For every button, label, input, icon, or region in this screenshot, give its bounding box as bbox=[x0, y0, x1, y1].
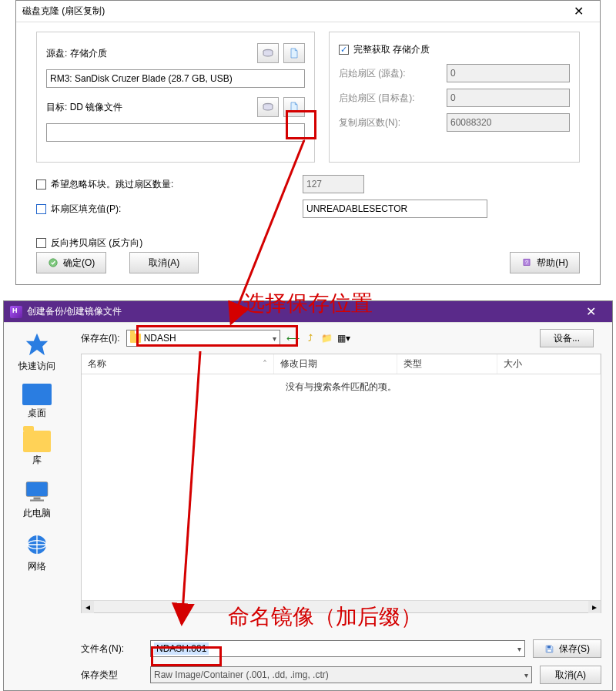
ignore-bad-checkbox[interactable] bbox=[36, 179, 46, 190]
start-src-input bbox=[447, 64, 570, 82]
close-icon[interactable]: ✕ bbox=[575, 301, 606, 323]
chevron-down-icon bbox=[273, 333, 276, 344]
extent-panel: 完整获取 存储介质 启始扇区 (源盘): 启始扇区 (目标盘): 复制扇区数(N… bbox=[329, 32, 580, 163]
svg-rect-8 bbox=[30, 500, 44, 501]
svg-text:?: ? bbox=[525, 260, 528, 265]
copy-count-label: 复制扇区数(N): bbox=[339, 116, 442, 129]
bad-fill-label: 坏扇区填充值(P): bbox=[51, 203, 121, 216]
svg-marker-4 bbox=[26, 334, 48, 355]
back-icon[interactable]: ⟵ bbox=[286, 331, 300, 345]
scroll-left-icon[interactable]: ◂ bbox=[82, 601, 94, 613]
filetype-label: 保存类型 bbox=[81, 669, 142, 682]
target-input[interactable] bbox=[46, 123, 305, 142]
nav-toolbar: ⟵ ⤴ 📁 ▦▾ bbox=[286, 331, 351, 345]
save-in-dropdown[interactable]: NDASH bbox=[126, 330, 280, 347]
cancel-label: 取消(A) bbox=[149, 257, 179, 270]
filetype-dropdown[interactable]: Raw Image/Container (.001, .dd, .img, .c… bbox=[150, 666, 532, 683]
svg-rect-6 bbox=[27, 482, 48, 496]
horizontal-scrollbar[interactable]: ◂ ▸ bbox=[82, 600, 601, 612]
place-network[interactable]: 网络 bbox=[11, 531, 63, 573]
bad-fill-input[interactable] bbox=[303, 200, 487, 218]
full-extract-label: 完整获取 存储介质 bbox=[353, 43, 430, 56]
cancel-button[interactable]: 取消(A) bbox=[129, 252, 199, 273]
save-dialog: 创建备份/创建镜像文件 ✕ 快速访问 桌面 库 此电脑 网络 bbox=[3, 300, 613, 691]
ok-button[interactable]: 确定(O) bbox=[36, 252, 106, 273]
ignore-skip-input bbox=[303, 175, 364, 193]
folder-icon bbox=[130, 334, 141, 343]
start-src-label: 启始扇区 (源盘): bbox=[339, 67, 442, 80]
col-name[interactable]: 名称˄ bbox=[82, 354, 274, 374]
start-dst-label: 启始扇区 (目标盘): bbox=[339, 92, 442, 105]
ignore-bad-label: 希望忽略坏块。跳过扇区数量: bbox=[51, 178, 173, 191]
target-label: 目标: DD 镜像文件 bbox=[46, 101, 253, 114]
settings-button[interactable]: 设备... bbox=[540, 329, 594, 347]
clone-dialog: 磁盘克隆 (扇区复制) ✕ 源盘: 存储介质 目标: DD 镜像文件 bbox=[15, 0, 601, 285]
help-label: 帮助(H) bbox=[537, 257, 568, 270]
new-folder-icon[interactable]: 📁 bbox=[320, 331, 334, 345]
source-input[interactable] bbox=[46, 69, 305, 88]
col-mdate[interactable]: 修改日期 bbox=[274, 354, 397, 374]
filename-input[interactable]: NDASH.001 bbox=[150, 640, 525, 657]
place-quick-access[interactable]: 快速访问 bbox=[11, 330, 63, 373]
place-desktop[interactable]: 桌面 bbox=[11, 384, 63, 420]
cancel-button-2[interactable]: 取消(A) bbox=[540, 666, 601, 684]
full-extract-checkbox[interactable] bbox=[339, 45, 349, 55]
place-libraries[interactable]: 库 bbox=[11, 431, 63, 467]
place-this-pc[interactable]: 此电脑 bbox=[11, 478, 63, 520]
save-in-label: 保存在(I): bbox=[81, 332, 120, 345]
view-icon[interactable]: ▦▾ bbox=[337, 331, 351, 345]
ok-label: 确定(O) bbox=[63, 257, 95, 270]
chevron-down-icon bbox=[517, 643, 521, 654]
svg-rect-11 bbox=[547, 646, 551, 648]
titlebar: 磁盘克隆 (扇区复制) ✕ bbox=[16, 1, 600, 22]
places-bar: 快速访问 桌面 库 此电脑 网络 bbox=[4, 323, 70, 690]
col-type[interactable]: 类型 bbox=[397, 354, 497, 374]
source-label: 源盘: 存储介质 bbox=[46, 47, 253, 60]
help-button[interactable]: ? 帮助(H) bbox=[510, 252, 580, 273]
svg-rect-12 bbox=[547, 649, 551, 652]
dialog-title: 磁盘克隆 (扇区复制) bbox=[22, 5, 563, 18]
start-dst-input bbox=[447, 89, 570, 107]
scroll-right-icon[interactable]: ▸ bbox=[588, 601, 601, 613]
empty-message: 没有与搜索条件匹配的项。 bbox=[82, 381, 601, 394]
app-icon bbox=[10, 306, 22, 318]
disk-icon-button[interactable] bbox=[257, 43, 279, 63]
file-icon-button-2[interactable] bbox=[283, 97, 305, 117]
save-in-value: NDASH bbox=[144, 333, 176, 344]
save-button[interactable]: 保存(S) bbox=[533, 639, 601, 658]
svg-rect-7 bbox=[34, 498, 41, 500]
dialog-title: 创建备份/创建镜像文件 bbox=[27, 305, 575, 318]
chevron-down-icon bbox=[524, 669, 528, 680]
up-icon[interactable]: ⤴ bbox=[303, 331, 317, 345]
source-target-panel: 源盘: 存储介质 目标: DD 镜像文件 bbox=[36, 32, 315, 163]
filename-label: 文件名(N): bbox=[81, 642, 142, 656]
filetype-value: Raw Image/Container (.001, .dd, .img, .c… bbox=[154, 669, 329, 680]
file-icon-button[interactable] bbox=[283, 43, 305, 63]
file-list[interactable]: 名称˄ 修改日期 类型 大小 没有与搜索条件匹配的项。 ◂ ▸ bbox=[81, 354, 601, 613]
titlebar: 创建备份/创建镜像文件 ✕ bbox=[4, 301, 612, 323]
bad-fill-checkbox[interactable] bbox=[36, 204, 46, 214]
col-size[interactable]: 大小 bbox=[497, 354, 601, 374]
close-icon[interactable]: ✕ bbox=[563, 1, 594, 22]
copy-count-input bbox=[447, 113, 570, 132]
reverse-label: 反向拷贝扇区 (反方向) bbox=[51, 236, 142, 250]
disk-icon-button-2[interactable] bbox=[257, 97, 279, 117]
reverse-checkbox[interactable] bbox=[36, 238, 46, 248]
filename-value: NDASH.001 bbox=[154, 642, 209, 655]
